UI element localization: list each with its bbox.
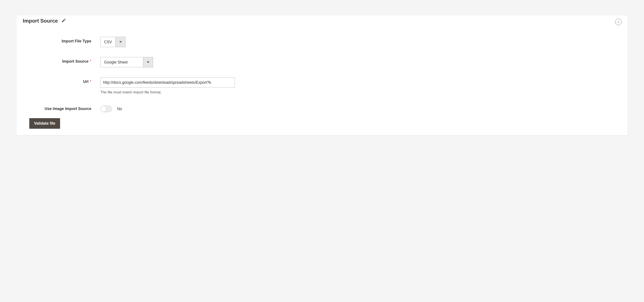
required-marker: * (90, 59, 91, 64)
image-source-state: No (117, 107, 122, 111)
required-marker: * (90, 80, 91, 84)
label-file-type: Import File Type (23, 37, 100, 44)
edit-icon[interactable] (61, 18, 66, 24)
label-import-source: Import Source* (23, 57, 100, 64)
label-image-source: Use Image Import Source (23, 104, 100, 111)
file-type-value: CSV (100, 37, 116, 47)
url-help-text: The file must match import file format. (100, 90, 235, 94)
row-import-source: Import Source* Google Sheet (23, 57, 621, 67)
import-source-panel: Import Source Import File Type CSV Impor… (16, 15, 628, 136)
image-source-toggle[interactable] (100, 106, 112, 112)
chevron-down-icon (143, 57, 153, 67)
file-type-select[interactable]: CSV (100, 37, 126, 47)
toggle-knob (100, 106, 107, 112)
url-input[interactable] (100, 77, 235, 88)
chevron-down-icon (116, 37, 125, 47)
import-source-select[interactable]: Google Sheet (100, 57, 153, 67)
row-image-source: Use Image Import Source No (23, 104, 621, 112)
collapse-button[interactable] (615, 19, 622, 25)
row-url: Url* The file must match import file for… (23, 77, 621, 94)
label-url: Url* (23, 77, 100, 84)
panel-header: Import Source (23, 18, 621, 24)
svg-marker-0 (119, 41, 122, 42)
import-source-value: Google Sheet (100, 57, 143, 67)
row-file-type: Import File Type CSV (23, 37, 621, 47)
svg-marker-1 (147, 61, 150, 63)
panel-title: Import Source (23, 18, 58, 24)
validate-button[interactable]: Validate file (29, 118, 60, 129)
